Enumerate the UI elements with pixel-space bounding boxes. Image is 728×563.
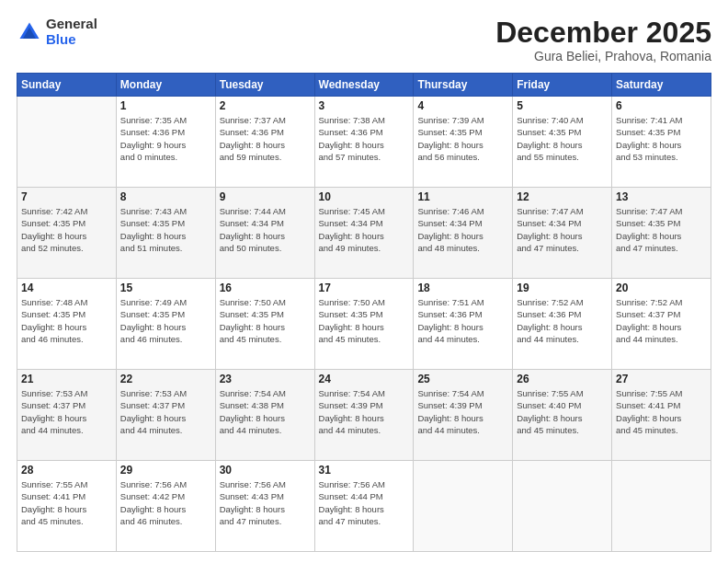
day-number: 14 [21, 282, 112, 294]
day-number: 6 [616, 99, 707, 112]
day-detail: Sunrise: 7:37 AM Sunset: 4:36 PM Dayligh… [220, 114, 311, 163]
weekday-header-tuesday: Tuesday [215, 74, 314, 97]
logo: General Blue [17, 17, 97, 47]
calendar-cell: 28Sunrise: 7:55 AM Sunset: 4:41 PM Dayli… [17, 461, 117, 552]
calendar-cell: 5Sunrise: 7:40 AM Sunset: 4:35 PM Daylig… [513, 97, 612, 188]
day-detail: Sunrise: 7:51 AM Sunset: 4:36 PM Dayligh… [417, 296, 508, 345]
calendar-cell: 2Sunrise: 7:37 AM Sunset: 4:36 PM Daylig… [215, 97, 314, 188]
day-detail: Sunrise: 7:50 AM Sunset: 4:35 PM Dayligh… [319, 296, 410, 345]
weekday-header-thursday: Thursday [414, 74, 513, 97]
calendar-cell: 13Sunrise: 7:47 AM Sunset: 4:35 PM Dayli… [612, 188, 711, 279]
calendar-cell: 6Sunrise: 7:41 AM Sunset: 4:35 PM Daylig… [612, 97, 711, 188]
title-block: December 2025 Gura Beliei, Prahova, Roma… [495, 17, 711, 63]
calendar-cell: 23Sunrise: 7:54 AM Sunset: 4:38 PM Dayli… [215, 370, 314, 461]
calendar-cell: 4Sunrise: 7:39 AM Sunset: 4:35 PM Daylig… [414, 97, 513, 188]
calendar-week-row: 7Sunrise: 7:42 AM Sunset: 4:35 PM Daylig… [17, 188, 711, 279]
calendar-cell [17, 97, 117, 188]
day-number: 28 [21, 464, 112, 477]
day-number: 25 [417, 373, 508, 385]
calendar-week-row: 1Sunrise: 7:35 AM Sunset: 4:36 PM Daylig… [17, 97, 711, 188]
day-detail: Sunrise: 7:55 AM Sunset: 4:41 PM Dayligh… [21, 478, 112, 527]
calendar-cell: 30Sunrise: 7:56 AM Sunset: 4:43 PM Dayli… [215, 461, 314, 552]
calendar-cell: 27Sunrise: 7:55 AM Sunset: 4:41 PM Dayli… [612, 370, 711, 461]
day-number: 2 [220, 99, 311, 112]
weekday-header-sunday: Sunday [17, 74, 117, 97]
calendar-cell [612, 461, 711, 552]
day-number: 12 [517, 190, 608, 203]
day-detail: Sunrise: 7:43 AM Sunset: 4:35 PM Dayligh… [120, 205, 211, 254]
calendar-cell: 20Sunrise: 7:52 AM Sunset: 4:37 PM Dayli… [612, 279, 711, 370]
location-subtitle: Gura Beliei, Prahova, Romania [495, 49, 711, 63]
day-number: 20 [616, 282, 707, 294]
calendar-week-row: 21Sunrise: 7:53 AM Sunset: 4:37 PM Dayli… [17, 370, 711, 461]
calendar-cell: 12Sunrise: 7:47 AM Sunset: 4:34 PM Dayli… [513, 188, 612, 279]
calendar-cell: 3Sunrise: 7:38 AM Sunset: 4:36 PM Daylig… [314, 97, 414, 188]
calendar-table: SundayMondayTuesdayWednesdayThursdayFrid… [17, 73, 711, 552]
month-title: December 2025 [495, 17, 711, 49]
day-number: 21 [21, 373, 112, 385]
day-detail: Sunrise: 7:55 AM Sunset: 4:40 PM Dayligh… [517, 387, 608, 436]
day-number: 10 [319, 190, 410, 203]
day-detail: Sunrise: 7:39 AM Sunset: 4:35 PM Dayligh… [417, 114, 508, 163]
calendar-cell: 9Sunrise: 7:44 AM Sunset: 4:34 PM Daylig… [215, 188, 314, 279]
calendar-cell: 24Sunrise: 7:54 AM Sunset: 4:39 PM Dayli… [314, 370, 414, 461]
day-detail: Sunrise: 7:56 AM Sunset: 4:42 PM Dayligh… [120, 478, 211, 527]
weekday-header-wednesday: Wednesday [314, 74, 414, 97]
calendar-cell: 31Sunrise: 7:56 AM Sunset: 4:44 PM Dayli… [314, 461, 414, 552]
day-number: 13 [616, 190, 707, 203]
day-detail: Sunrise: 7:52 AM Sunset: 4:36 PM Dayligh… [517, 296, 608, 345]
day-detail: Sunrise: 7:56 AM Sunset: 4:43 PM Dayligh… [220, 478, 311, 527]
day-number: 27 [616, 373, 707, 385]
day-number: 26 [517, 373, 608, 385]
calendar-week-row: 28Sunrise: 7:55 AM Sunset: 4:41 PM Dayli… [17, 461, 711, 552]
day-number: 5 [517, 99, 608, 112]
day-number: 15 [120, 282, 211, 294]
weekday-header-monday: Monday [116, 74, 215, 97]
day-number: 24 [319, 373, 410, 385]
day-number: 29 [120, 464, 211, 477]
day-detail: Sunrise: 7:54 AM Sunset: 4:39 PM Dayligh… [319, 387, 410, 436]
calendar-cell: 15Sunrise: 7:49 AM Sunset: 4:35 PM Dayli… [116, 279, 215, 370]
logo-general-text: General [46, 17, 97, 32]
day-detail: Sunrise: 7:46 AM Sunset: 4:34 PM Dayligh… [417, 205, 508, 254]
calendar-cell: 1Sunrise: 7:35 AM Sunset: 4:36 PM Daylig… [116, 97, 215, 188]
day-detail: Sunrise: 7:40 AM Sunset: 4:35 PM Dayligh… [517, 114, 608, 163]
calendar-cell: 29Sunrise: 7:56 AM Sunset: 4:42 PM Dayli… [116, 461, 215, 552]
day-number: 18 [417, 282, 508, 294]
day-number: 8 [120, 190, 211, 203]
day-number: 9 [220, 190, 311, 203]
logo-text: General Blue [46, 17, 97, 47]
calendar-week-row: 14Sunrise: 7:48 AM Sunset: 4:35 PM Dayli… [17, 279, 711, 370]
calendar-cell: 22Sunrise: 7:53 AM Sunset: 4:37 PM Dayli… [116, 370, 215, 461]
day-number: 7 [21, 190, 112, 203]
weekday-header-row: SundayMondayTuesdayWednesdayThursdayFrid… [17, 74, 711, 97]
calendar-cell: 17Sunrise: 7:50 AM Sunset: 4:35 PM Dayli… [314, 279, 414, 370]
day-number: 4 [417, 99, 508, 112]
calendar-cell: 18Sunrise: 7:51 AM Sunset: 4:36 PM Dayli… [414, 279, 513, 370]
calendar-cell: 7Sunrise: 7:42 AM Sunset: 4:35 PM Daylig… [17, 188, 117, 279]
day-detail: Sunrise: 7:48 AM Sunset: 4:35 PM Dayligh… [21, 296, 112, 345]
day-detail: Sunrise: 7:44 AM Sunset: 4:34 PM Dayligh… [220, 205, 311, 254]
header: General Blue December 2025 Gura Beliei, … [17, 17, 711, 63]
day-detail: Sunrise: 7:56 AM Sunset: 4:44 PM Dayligh… [319, 478, 410, 527]
logo-blue-text: Blue [46, 32, 97, 48]
day-detail: Sunrise: 7:41 AM Sunset: 4:35 PM Dayligh… [616, 114, 707, 163]
day-detail: Sunrise: 7:49 AM Sunset: 4:35 PM Dayligh… [120, 296, 211, 345]
calendar-cell: 26Sunrise: 7:55 AM Sunset: 4:40 PM Dayli… [513, 370, 612, 461]
day-number: 11 [417, 190, 508, 203]
logo-icon [17, 19, 42, 45]
day-detail: Sunrise: 7:53 AM Sunset: 4:37 PM Dayligh… [120, 387, 211, 436]
calendar-cell [414, 461, 513, 552]
day-number: 31 [319, 464, 410, 477]
calendar-cell: 10Sunrise: 7:45 AM Sunset: 4:34 PM Dayli… [314, 188, 414, 279]
day-number: 3 [319, 99, 410, 112]
day-detail: Sunrise: 7:50 AM Sunset: 4:35 PM Dayligh… [220, 296, 311, 345]
day-detail: Sunrise: 7:47 AM Sunset: 4:34 PM Dayligh… [517, 205, 608, 254]
day-detail: Sunrise: 7:45 AM Sunset: 4:34 PM Dayligh… [319, 205, 410, 254]
day-detail: Sunrise: 7:54 AM Sunset: 4:38 PM Dayligh… [220, 387, 311, 436]
day-number: 17 [319, 282, 410, 294]
day-detail: Sunrise: 7:38 AM Sunset: 4:36 PM Dayligh… [319, 114, 410, 163]
day-detail: Sunrise: 7:47 AM Sunset: 4:35 PM Dayligh… [616, 205, 707, 254]
day-number: 30 [220, 464, 311, 477]
day-detail: Sunrise: 7:42 AM Sunset: 4:35 PM Dayligh… [21, 205, 112, 254]
